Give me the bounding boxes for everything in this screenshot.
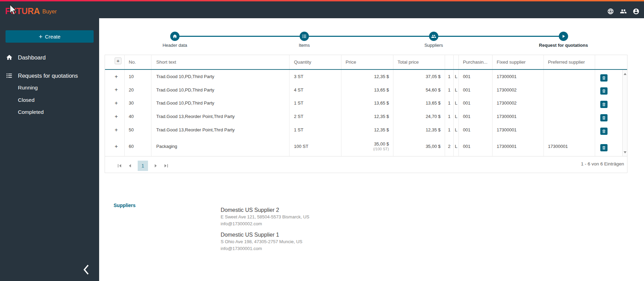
supplier-entry: Domestic US Supplier 1S Ohio Ave 198, 47… [221,231,309,252]
account-icon[interactable] [633,8,640,15]
cell-short-text: Trad.Good 13,Reorder Point,Thrd Party [151,123,289,137]
create-button[interactable]: + Create [6,30,94,43]
home-icon [172,34,178,39]
cell-fixed-supplier: 17300001 [493,123,544,137]
first-page-icon[interactable] [117,163,123,169]
supplier-entry: Domestic US Supplier 2E Sweet Ave 121, 5… [221,207,309,227]
cell-total-price: 24,70 $ [393,110,445,123]
cell-short-text: Trad.Good 13,Reorder Point,Thrd Party [151,110,289,123]
cell-preferred-supplier [544,96,595,110]
sidebar-item-closed[interactable]: Closed [18,97,34,103]
cell-fixed-supplier: 17300001 [493,110,544,123]
expand-row-icon[interactable]: + [115,127,118,133]
previous-page-icon[interactable] [127,163,133,169]
sidebar-item-requests[interactable]: Requests for quotations [0,69,99,83]
cell-n2: L [454,123,459,137]
language-icon[interactable] [607,8,614,15]
expand-row-icon[interactable]: + [115,114,118,120]
expand-all-button[interactable]: + [115,57,122,64]
cell-no: 60 [125,137,151,156]
cell-quantity: 3 ST [289,70,341,83]
next-page-icon[interactable] [153,163,158,169]
trash-icon [602,102,606,107]
cell-purchasing: 001 [459,110,493,123]
cell-preferred-supplier [544,83,595,96]
step-request-for-quotations[interactable]: Request for quotations [559,32,568,41]
cell-total-price: 35,00 $ [393,137,445,156]
supplier-email: info@17300001.com [221,245,309,252]
cell-quantity: 1 ST [289,96,341,110]
step-items[interactable]: Items [300,32,309,41]
col-header-quantity[interactable]: Quantity [289,55,341,69]
home-icon [6,54,13,61]
expand-row-icon[interactable]: + [115,100,118,106]
cell-preferred-supplier [544,123,595,137]
cell-n2: L [454,70,459,83]
cell-purchasing: 001 [459,123,493,137]
logo-product: Buyer [42,9,57,14]
sidebar-item-dashboard[interactable]: Dashboard [0,51,99,64]
delete-row-button[interactable] [600,144,608,151]
cell-no: 50 [125,123,151,137]
expand-row-icon[interactable]: + [115,143,118,150]
cell-n2: L [454,83,459,96]
delete-row-button[interactable] [600,74,608,82]
cell-short-text: Trad.Good 10,PD,Third Party [151,96,289,110]
page-number-current[interactable]: 1 [138,161,148,171]
table-scrollbar[interactable] [622,70,627,156]
cell-fixed-supplier: 17300001 [493,70,544,83]
delete-row-button[interactable] [600,87,608,95]
users-icon[interactable] [620,8,627,15]
expand-row-icon[interactable]: + [115,74,118,80]
cell-total-price: 12,35 $ [393,123,445,137]
col-header-total-price[interactable]: Total price [393,55,445,69]
delete-row-button[interactable] [600,128,608,135]
col-header-price[interactable]: Price [341,55,393,69]
col-header-purchasing[interactable]: Purchasin... [459,55,493,69]
sidebar-item-completed[interactable]: Completed [18,109,44,115]
cell-no: 10 [125,70,151,83]
step-header-data[interactable]: Header data [170,32,180,41]
supplier-address: S Ohio Ave 198, 47305-2757 Muncie, US [221,238,309,245]
scroll-up-icon[interactable] [623,72,627,76]
cell-purchasing: 001 [459,70,493,83]
table-header-row: + No. Short text Quantity Price Total pr… [105,55,627,70]
step-label: Suppliers [424,43,443,48]
col-header-n1 [445,55,454,69]
col-header-no[interactable]: No. [125,55,151,69]
col-header-short-text[interactable]: Short text [151,55,289,69]
cell-n1: 1 [445,96,454,110]
step-suppliers[interactable]: Suppliers [429,32,439,41]
cell-price: 13,65 $ [374,100,389,106]
collapse-sidebar-icon[interactable] [82,264,91,275]
plus-icon: + [39,33,42,40]
cell-purchasing: 001 [459,137,493,156]
stepper-connector [175,36,563,37]
suppliers-section-title[interactable]: Suppliers [114,203,136,208]
cell-purchasing: 001 [459,83,493,96]
cell-total-price: 54,60 $ [393,83,445,96]
list-icon [302,34,307,39]
col-header-fixed-supplier[interactable]: Fixed supplier [493,55,544,69]
table-row: +20Trad.Good 10,PD,Third Party4 ST13,65 … [105,83,627,96]
cell-fixed-supplier: 17300001 [493,137,544,156]
delete-row-button[interactable] [600,101,608,108]
last-page-icon[interactable] [163,163,169,169]
delete-row-button[interactable] [600,114,608,121]
cell-no: 30 [125,96,151,110]
cell-price-unit: (/100 ST) [373,147,389,152]
cell-n1: 1 [445,123,454,137]
expand-row-icon[interactable]: + [115,87,118,93]
cell-price: 35,00 $ [374,141,389,147]
supplier-email: info@17300002.com [221,220,309,227]
pagination-info: 1 - 6 von 6 Einträgen [581,161,624,166]
scroll-down-icon[interactable] [623,151,627,154]
cell-price: 13,65 $ [374,87,389,93]
sidebar-item-running[interactable]: Running [18,85,38,91]
cell-quantity: 100 ST [289,137,341,156]
step-label: Request for quotations [539,43,588,48]
col-header-preferred-supplier[interactable]: Preferred supplier [544,55,595,69]
supplier-name: Domestic US Supplier 2 [221,207,309,214]
cell-price: 12,35 $ [374,74,389,79]
cell-n1: 1 [445,110,454,123]
